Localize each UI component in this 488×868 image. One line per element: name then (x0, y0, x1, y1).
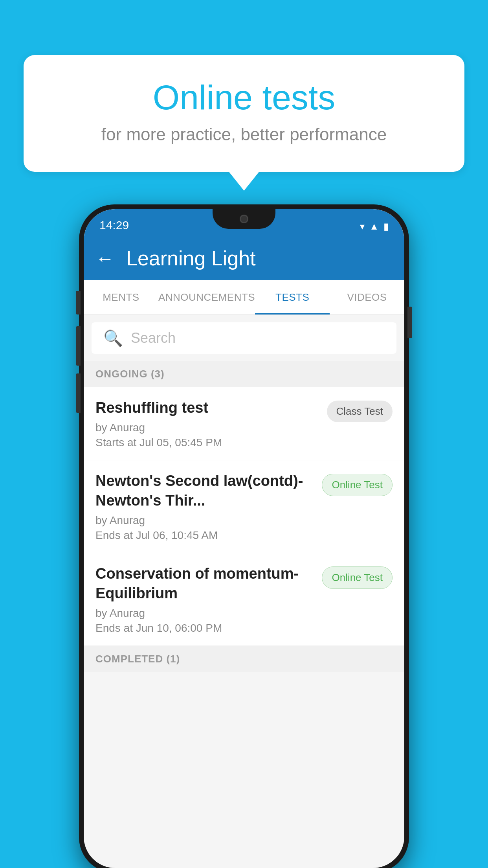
tab-videos[interactable]: VIDEOS (330, 280, 404, 314)
test-item-newton[interactable]: Newton's Second law(contd)-Newton's Thir… (84, 460, 404, 553)
search-container: 🔍 Search (84, 315, 404, 361)
test-list: Reshuffling test by Anurag Starts at Jul… (84, 387, 404, 646)
app-title: Learning Light (126, 246, 256, 270)
bubble-subtitle: for more practice, better performance (55, 125, 433, 144)
test-time-conservation: Ends at Jun 10, 06:00 PM (95, 622, 314, 634)
search-bar[interactable]: 🔍 Search (92, 322, 396, 354)
screen-content: 14:29 ▾ ▲ ▮ ← Learning Light MENTS (84, 209, 404, 868)
status-icons: ▾ ▲ ▮ (360, 221, 389, 232)
test-by-newton: by Anurag (95, 514, 314, 527)
test-item-conservation[interactable]: Conservation of momentum-Equilibrium by … (84, 553, 404, 646)
completed-section-header: COMPLETED (1) (84, 646, 404, 672)
test-info-reshuffling: Reshuffling test by Anurag Starts at Jul… (95, 398, 319, 449)
phone-notch (213, 209, 275, 229)
test-by-conservation: by Anurag (95, 607, 314, 620)
test-badge-conservation: Online Test (322, 566, 393, 589)
tab-tests[interactable]: TESTS (255, 280, 330, 314)
app-bar: ← Learning Light (84, 237, 404, 280)
test-info-conservation: Conservation of momentum-Equilibrium by … (95, 564, 314, 634)
tabs-bar: MENTS ANNOUNCEMENTS TESTS VIDEOS (84, 280, 404, 315)
tab-ments[interactable]: MENTS (84, 280, 158, 314)
volume-down-button (76, 326, 81, 366)
completed-label: COMPLETED (1) (95, 653, 180, 665)
signal-icon: ▲ (369, 221, 379, 232)
test-item-reshuffling[interactable]: Reshuffling test by Anurag Starts at Jul… (84, 387, 404, 460)
test-name-reshuffling: Reshuffling test (95, 398, 319, 417)
bubble-title: Online tests (55, 79, 433, 117)
front-camera (240, 215, 248, 223)
ongoing-section-header: ONGOING (3) (84, 361, 404, 387)
test-badge-newton: Online Test (322, 474, 393, 496)
phone-mockup: 14:29 ▾ ▲ ▮ ← Learning Light MENTS (79, 204, 409, 868)
test-time-newton: Ends at Jul 06, 10:45 AM (95, 529, 314, 542)
search-icon: 🔍 (103, 329, 123, 348)
volume-up-button (76, 291, 81, 314)
phone-screen: 14:29 ▾ ▲ ▮ ← Learning Light MENTS (84, 209, 404, 868)
test-badge-reshuffling: Class Test (327, 401, 393, 422)
back-button[interactable]: ← (95, 248, 114, 269)
ongoing-label: ONGOING (3) (95, 368, 165, 380)
silent-button (76, 373, 81, 413)
promo-section: Online tests for more practice, better p… (24, 55, 464, 172)
phone-outer: 14:29 ▾ ▲ ▮ ← Learning Light MENTS (79, 204, 409, 868)
tab-announcements[interactable]: ANNOUNCEMENTS (158, 280, 255, 314)
test-time-reshuffling: Starts at Jul 05, 05:45 PM (95, 436, 319, 449)
test-name-conservation: Conservation of momentum-Equilibrium (95, 564, 314, 603)
speech-bubble: Online tests for more practice, better p… (24, 55, 464, 172)
wifi-icon: ▾ (360, 221, 365, 232)
test-info-newton: Newton's Second law(contd)-Newton's Thir… (95, 471, 314, 542)
search-input[interactable]: Search (131, 330, 176, 346)
battery-icon: ▮ (383, 221, 389, 232)
power-button (407, 307, 412, 338)
test-name-newton: Newton's Second law(contd)-Newton's Thir… (95, 471, 314, 510)
test-by-reshuffling: by Anurag (95, 421, 319, 434)
